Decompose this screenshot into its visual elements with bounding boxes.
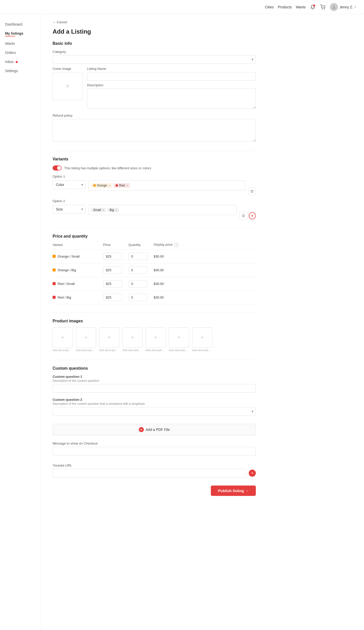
- option2-type-wrapper[interactable]: Size Color ▾: [53, 205, 85, 214]
- display-price-red-small: $30.00: [154, 282, 164, 286]
- description-input[interactable]: [87, 89, 256, 109]
- qty-orange-small[interactable]: [128, 253, 147, 260]
- sidebar-item-my-listings[interactable]: My listings: [4, 29, 36, 38]
- avatar: [330, 3, 338, 11]
- message-checkout-input[interactable]: [53, 447, 256, 455]
- chevron-down-icon: ▾: [355, 6, 356, 8]
- option2-actions: +: [240, 205, 256, 220]
- nav-wants[interactable]: Wants: [296, 5, 306, 9]
- display-price-orange-big: $30.00: [154, 268, 164, 272]
- image-upload-6[interactable]: +: [169, 327, 189, 348]
- price-quantity-title: Price and quantity: [53, 234, 256, 239]
- add-option-button[interactable]: +: [249, 212, 256, 219]
- cancel-link[interactable]: ← Cancel: [53, 20, 256, 24]
- variant-name-red-small: Red / Small: [53, 282, 103, 286]
- add-pdf-label: Add a PDF File: [146, 428, 170, 432]
- image-upload-7[interactable]: +: [192, 327, 212, 348]
- cover-image-upload[interactable]: +: [53, 72, 83, 100]
- refund-policy-input[interactable]: [53, 119, 256, 142]
- description-label: Description: [87, 83, 256, 87]
- price-orange-big[interactable]: [103, 266, 122, 274]
- nav-products[interactable]: Products: [278, 5, 292, 9]
- plus-icon: +: [154, 334, 157, 341]
- variants-toggle[interactable]: [53, 165, 62, 171]
- plus-icon: +: [131, 334, 134, 341]
- image-upload-1[interactable]: +: [53, 327, 73, 348]
- svg-point-1: [324, 9, 325, 9]
- user-menu[interactable]: Jenny Z. ▾: [330, 3, 356, 11]
- tag-big: Big ×: [107, 208, 119, 212]
- product-images-title: Product images: [53, 319, 256, 323]
- sidebar-item-inbox[interactable]: Inbox: [4, 58, 36, 66]
- option1-tags-wrapper[interactable]: Orange × Red ×: [88, 180, 245, 191]
- custom-q1-label: Custom question 1: [53, 375, 256, 379]
- image-desc-3: Add description...: [99, 349, 119, 352]
- qty-red-small[interactable]: [128, 280, 147, 287]
- notification-icon[interactable]: [310, 4, 316, 10]
- cover-image-label: Cover image: [53, 67, 83, 71]
- svg-point-0: [322, 9, 323, 9]
- image-upload-2[interactable]: +: [76, 327, 96, 348]
- inbox-notification-dot: [16, 61, 18, 63]
- qty-orange-big[interactable]: [128, 266, 147, 274]
- plus-icon: +: [84, 334, 88, 341]
- table-row: Orange / Small $30.00: [53, 249, 256, 263]
- option1-tags-box[interactable]: Orange × Red ×: [88, 180, 245, 191]
- image-desc-1: Add description...: [53, 349, 73, 352]
- display-price-info-icon[interactable]: i: [174, 243, 178, 247]
- option2-label: Option 2: [53, 199, 256, 203]
- publish-listing-button[interactable]: Publish listing →: [211, 486, 256, 496]
- custom-q2-select[interactable]: [53, 407, 256, 416]
- custom-q1-input[interactable]: [53, 384, 256, 393]
- image-desc-4: Add description...: [122, 349, 143, 352]
- option2-delete-button[interactable]: [240, 212, 247, 220]
- youtube-url-input[interactable]: [53, 469, 247, 477]
- listing-name-input[interactable]: [87, 72, 256, 81]
- variant-dot-orange-big: [53, 268, 56, 271]
- sidebar-item-wants[interactable]: Wants: [4, 39, 36, 48]
- image-upload-5[interactable]: +: [146, 327, 166, 348]
- cart-icon[interactable]: [320, 4, 326, 10]
- option2-tags-wrapper[interactable]: Small × Big ×: [88, 205, 237, 215]
- category-select[interactable]: [53, 55, 256, 64]
- plus-icon: +: [177, 334, 181, 341]
- sidebar-item-settings[interactable]: Settings: [4, 67, 36, 75]
- image-upload-3[interactable]: +: [99, 327, 119, 348]
- nav-cities[interactable]: Cities: [265, 5, 274, 9]
- price-red-small[interactable]: [103, 280, 122, 287]
- option1-type-wrapper[interactable]: Color Size ▾: [53, 180, 85, 189]
- publish-bar: Publish listing →: [53, 486, 256, 506]
- red-dot: [116, 184, 118, 187]
- sidebar-item-orders[interactable]: Orders: [4, 49, 36, 57]
- custom-questions-title: Custom questions: [53, 366, 256, 371]
- tag-red-remove[interactable]: ×: [126, 184, 128, 187]
- th-quantity: Quantity: [128, 243, 154, 249]
- sidebar-item-dashboard[interactable]: Dashboard: [4, 20, 36, 28]
- option1-label: Option 1: [53, 175, 256, 178]
- category-select-wrapper[interactable]: ▾: [53, 55, 256, 64]
- option2-type-select[interactable]: Size Color: [53, 205, 85, 214]
- table-row: Red / Big $30.00: [53, 290, 256, 304]
- option1-type-select[interactable]: Color Size: [53, 180, 85, 189]
- youtube-add-button[interactable]: +: [249, 470, 256, 477]
- youtube-url-section: Youtube URL +: [53, 464, 256, 477]
- add-pdf-button[interactable]: + Add a PDF File: [53, 424, 256, 435]
- tag-small-remove[interactable]: ×: [102, 208, 104, 212]
- option1-delete-button[interactable]: [248, 187, 256, 195]
- plus-icon: +: [66, 82, 70, 90]
- tag-big-remove[interactable]: ×: [116, 208, 117, 212]
- main-content: ← Cancel Add a Listing Basic info Catego…: [40, 14, 268, 630]
- image-desc-5: Add description...: [146, 349, 166, 352]
- plus-icon: +: [201, 334, 204, 341]
- tag-orange-remove[interactable]: ×: [108, 184, 110, 187]
- image-desc-2: Add description...: [76, 349, 96, 352]
- variants-title: Variants: [53, 157, 256, 161]
- custom-q2-select-wrapper[interactable]: ▾: [53, 407, 256, 416]
- price-red-big[interactable]: [103, 294, 122, 301]
- image-upload-4[interactable]: +: [122, 327, 143, 348]
- price-quantity-section: Price and quantity Variant Price Quantit…: [53, 234, 256, 304]
- qty-red-big[interactable]: [128, 294, 147, 301]
- custom-q2-label: Custom question 2: [53, 398, 256, 402]
- option2-tags-box[interactable]: Small × Big ×: [88, 205, 237, 215]
- price-orange-small[interactable]: [103, 253, 122, 260]
